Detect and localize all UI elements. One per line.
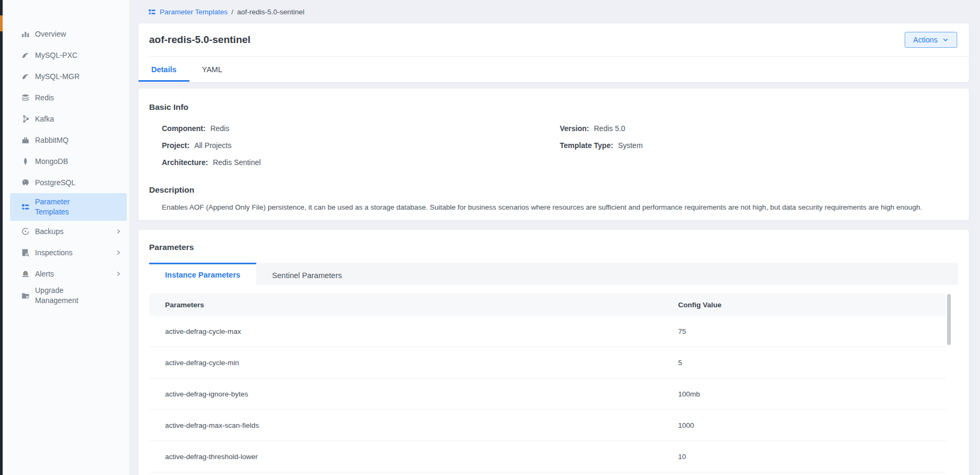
- cell-config-value: 100mb: [678, 390, 946, 398]
- sidebar-item-backups[interactable]: Backups: [10, 221, 127, 242]
- sidebar-item-label: Upgrade Management: [35, 286, 98, 306]
- sidebar: Overview MySQL-PXC MySQL-MGR Redis Kafka…: [3, 0, 130, 475]
- layers-icon: [21, 93, 30, 102]
- sidebar-item-label: Parameter Templates: [35, 197, 98, 217]
- actions-button[interactable]: Actions: [905, 32, 957, 48]
- tab-yaml[interactable]: YAML: [189, 57, 235, 82]
- alarm-icon: [21, 270, 30, 278]
- sidebar-item-label: Redis: [35, 93, 54, 103]
- sidebar-item-rabbitmq[interactable]: RabbitMQ: [10, 129, 127, 151]
- basic-info-card: Basic Info Component: Redis Project: All…: [138, 89, 969, 220]
- cell-config-value: 75: [678, 327, 946, 335]
- sidebar-item-upgrade-management[interactable]: Upgrade Management: [10, 284, 127, 307]
- table-body: active-defrag-cycle-max 75 active-defrag…: [149, 316, 946, 472]
- tab-instance-parameters[interactable]: Instance Parameters: [149, 263, 256, 285]
- table-header-row: Parameters Config Value: [149, 293, 946, 316]
- cell-config-value: 5: [678, 359, 946, 367]
- sidebar-item-mysql-pxc[interactable]: MySQL-PXC: [10, 45, 127, 66]
- parameters-heading: Parameters: [149, 243, 958, 252]
- dolphin-icon: [21, 51, 30, 59]
- table-row: active-defrag-max-scan-fields 1000: [149, 410, 946, 441]
- header-card: aof-redis-5.0-sentinel Actions DetailsYA…: [138, 23, 969, 82]
- cell-config-value: 1000: [678, 421, 946, 429]
- document-search-icon: [21, 248, 30, 257]
- info-field-label: Architecture:: [162, 158, 208, 167]
- info-field: Component: Redis: [162, 121, 560, 135]
- network-icon: [21, 115, 30, 123]
- cell-config-value: 10: [678, 453, 946, 461]
- sidebar-item-label: MySQL-PXC: [35, 50, 77, 61]
- tab-details[interactable]: Details: [138, 57, 189, 82]
- sidebar-item-label: Inspections: [35, 248, 73, 258]
- cell-parameter: active-defrag-threshold-lower: [149, 453, 678, 461]
- chevron-right-icon: [115, 271, 122, 277]
- breadcrumb-root-link[interactable]: Parameter Templates: [160, 8, 228, 16]
- sidebar-item-overview[interactable]: Overview: [10, 23, 127, 45]
- info-field-value: All Projects: [194, 141, 231, 150]
- sidebar-item-label: MySQL-MGR: [35, 72, 80, 82]
- info-field-value: Redis: [210, 124, 229, 133]
- parameters-card: Parameters Instance ParametersSentinel P…: [138, 230, 969, 475]
- sidebar-item-label: Backups: [35, 227, 64, 237]
- sidebar-item-label: Kafka: [35, 114, 54, 124]
- sidebar-item-label: Alerts: [35, 269, 54, 279]
- sidebar-item-postgresql[interactable]: PostgreSQL: [10, 172, 127, 193]
- table-row: active-defrag-cycle-max 75: [149, 316, 946, 347]
- sidebar-item-parameter-templates[interactable]: Parameter Templates: [10, 193, 127, 221]
- template-icon: [21, 203, 30, 211]
- elephant-icon: [21, 178, 30, 187]
- breadcrumb: Parameter Templates / aof-redis-5.0-sent…: [148, 6, 969, 17]
- sidebar-item-mongodb[interactable]: MongoDB: [10, 151, 127, 172]
- table-row: active-defrag-threshold-lower 10: [149, 441, 946, 472]
- basic-info-left-column: Component: Redis Project: All Projects A…: [162, 121, 560, 172]
- table-row: active-defrag-cycle-min 5: [149, 347, 946, 378]
- sidebar-item-mysql-mgr[interactable]: MySQL-MGR: [10, 66, 127, 87]
- sidebar-item-alerts[interactable]: Alerts: [10, 263, 127, 284]
- basic-info-right-column: Version: Redis 5.0 Template Type: System: [560, 121, 958, 172]
- info-field-value: Redis Sentinel: [213, 158, 261, 167]
- column-header-config-value: Config Value: [678, 301, 946, 309]
- parameters-table: Parameters Config Value active-defrag-cy…: [149, 293, 958, 472]
- sidebar-item-redis[interactable]: Redis: [10, 87, 127, 108]
- page-title: aof-redis-5.0-sentinel: [149, 34, 250, 46]
- info-field-value: Redis 5.0: [594, 124, 625, 133]
- table-row: active-defrag-ignore-bytes 100mb: [149, 378, 946, 410]
- chevron-right-icon: [115, 249, 122, 256]
- sidebar-item-kafka[interactable]: Kafka: [10, 108, 127, 129]
- basic-info-grid: Component: Redis Project: All Projects A…: [162, 121, 958, 172]
- info-field-label: Project:: [162, 141, 189, 150]
- folder-gear-icon: [21, 291, 30, 300]
- chevron-down-icon: [942, 37, 949, 43]
- info-field: Template Type: System: [560, 138, 958, 152]
- info-field: Project: All Projects: [162, 138, 560, 152]
- sidebar-menu: Overview MySQL-PXC MySQL-MGR Redis Kafka…: [3, 23, 129, 307]
- sidebar-item-label: PostgreSQL: [35, 178, 75, 188]
- info-field-label: Version:: [560, 124, 589, 133]
- cell-parameter: active-defrag-ignore-bytes: [149, 390, 678, 398]
- dolphin-icon: [21, 72, 30, 81]
- table-scrollbar-thumb[interactable]: [947, 294, 951, 345]
- info-field: Architecture: Redis Sentinel: [162, 155, 560, 169]
- tab-sentinel-parameters[interactable]: Sentinel Parameters: [256, 263, 358, 285]
- info-field: Version: Redis 5.0: [560, 121, 958, 135]
- leaf-icon: [21, 157, 30, 166]
- factory-icon: [21, 136, 30, 144]
- sidebar-item-inspections[interactable]: Inspections: [10, 242, 127, 263]
- sidebar-item-label: MongoDB: [35, 157, 68, 167]
- cell-parameter: active-defrag-cycle-max: [149, 327, 678, 335]
- breadcrumb-current: aof-redis-5.0-sentinel: [237, 8, 305, 16]
- column-header-parameters: Parameters: [149, 301, 678, 309]
- chevron-right-icon: [115, 228, 122, 235]
- main-content: Parameter Templates / aof-redis-5.0-sent…: [130, 0, 980, 475]
- sidebar-item-label: RabbitMQ: [35, 135, 68, 145]
- cell-parameter: active-defrag-cycle-min: [149, 359, 678, 367]
- info-field-label: Template Type:: [560, 141, 613, 150]
- cell-parameter: active-defrag-max-scan-fields: [149, 421, 678, 429]
- backup-restore-icon: [21, 227, 30, 236]
- collapsed-nav-strip: [0, 0, 3, 475]
- actions-button-label: Actions: [913, 36, 938, 44]
- bar-chart-icon: [21, 30, 30, 38]
- nav-strip-accent: [0, 15, 3, 31]
- description-text: Enables AOF (Append Only File) persisten…: [162, 203, 958, 212]
- info-field-label: Component:: [162, 124, 205, 133]
